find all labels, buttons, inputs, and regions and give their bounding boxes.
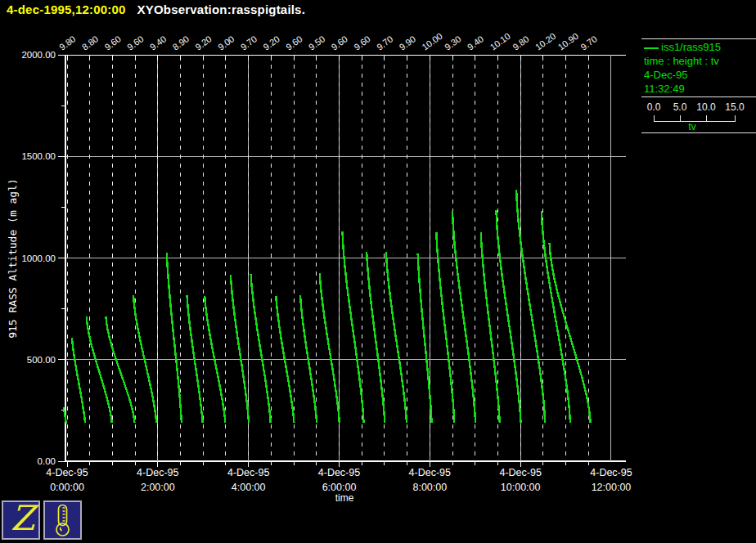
profile-curve xyxy=(452,211,475,423)
tv-scale-baseline xyxy=(654,121,736,122)
svg-text:9.60: 9.60 xyxy=(284,34,304,52)
svg-text:0:00:00: 0:00:00 xyxy=(50,482,84,493)
svg-text:4-Dec-95: 4-Dec-95 xyxy=(590,467,632,478)
svg-text:9.80: 9.80 xyxy=(511,34,530,52)
y-axis-title: 915 RASS Altitude (m agl) xyxy=(7,178,19,339)
svg-text:8.80: 8.80 xyxy=(80,34,100,52)
profile-curve xyxy=(550,243,591,423)
svg-text:4:00:00: 4:00:00 xyxy=(232,482,266,493)
svg-text:4-Dec-95: 4-Dec-95 xyxy=(227,467,269,478)
svg-text:9.30: 9.30 xyxy=(443,34,462,52)
svg-text:8:00:00: 8:00:00 xyxy=(412,482,447,493)
svg-text:9.60: 9.60 xyxy=(352,34,371,52)
svg-text:9.20: 9.20 xyxy=(261,34,281,52)
profile-curve xyxy=(187,295,203,423)
profile-curve xyxy=(367,252,385,423)
tv-scale-tick xyxy=(680,115,681,121)
tv-scale-tick-label: 10.0 xyxy=(696,101,715,113)
tv-scale-tick xyxy=(735,115,736,121)
svg-text:6:00:00: 6:00:00 xyxy=(322,482,357,493)
tv-scale-tick-label: 5.0 xyxy=(673,101,687,113)
profile-curve xyxy=(300,295,317,423)
svg-text:10.10: 10.10 xyxy=(488,31,512,52)
y-axis: 2000.001500.001000.00500.000.00915 RASS … xyxy=(7,50,65,466)
tv-value-labels: 9.808.809.609.609.408.909.209.009.709.20… xyxy=(57,31,599,52)
profile-curve xyxy=(106,316,134,423)
svg-text:4-Dec-95: 4-Dec-95 xyxy=(318,467,360,478)
x-axis: 4-Dec-950:00:004-Dec-952:00:004-Dec-954:… xyxy=(46,467,632,504)
svg-text:8.90: 8.90 xyxy=(171,34,191,52)
svg-text:500.00: 500.00 xyxy=(27,355,56,365)
legend-series-entry: iss1/rass915 xyxy=(644,40,721,54)
svg-text:4-Dec-95: 4-Dec-95 xyxy=(137,467,178,478)
profile-curve xyxy=(72,338,85,423)
profile-curves xyxy=(64,190,591,424)
svg-text:2000.00: 2000.00 xyxy=(21,50,56,60)
profile-curve xyxy=(320,273,340,423)
thermometer-button[interactable] xyxy=(43,500,82,540)
svg-text:9.70: 9.70 xyxy=(578,34,598,52)
x-axis-title: time xyxy=(335,492,354,504)
tv-scale-tick xyxy=(706,115,707,121)
profile-curve xyxy=(231,275,249,423)
profile-curve xyxy=(251,274,271,423)
svg-text:9.70: 9.70 xyxy=(239,34,259,52)
svg-text:9.40: 9.40 xyxy=(148,34,168,52)
legend-panel: iss1/rass915 time : height : tv 4-Dec-95… xyxy=(638,33,756,139)
profile-curve xyxy=(167,253,182,423)
profile-curve xyxy=(436,232,454,423)
legend-text-block: iss1/rass915 time : height : tv 4-Dec-95… xyxy=(644,40,721,96)
svg-text:9.70: 9.70 xyxy=(375,34,394,52)
svg-text:9.60: 9.60 xyxy=(125,34,145,52)
svg-text:9.80: 9.80 xyxy=(57,34,77,52)
svg-text:9.20: 9.20 xyxy=(193,34,213,52)
svg-text:9.50: 9.50 xyxy=(307,34,326,52)
app-window: { "title_bar": { "datetime": "4-dec-1995… xyxy=(0,0,756,543)
legend-separator-rule xyxy=(641,96,756,97)
svg-text:4-Dec-95: 4-Dec-95 xyxy=(409,467,451,478)
profile-curve xyxy=(133,295,156,423)
svg-text:1500.00: 1500.00 xyxy=(21,151,56,161)
tv-scale-tick-label: 15.0 xyxy=(725,101,744,113)
svg-text:10.90: 10.90 xyxy=(556,31,580,52)
svg-text:9.60: 9.60 xyxy=(330,34,349,52)
svg-text:1000.00: 1000.00 xyxy=(21,254,56,263)
legend-top-rule xyxy=(641,38,756,39)
svg-text:9.60: 9.60 xyxy=(103,34,123,52)
zebra-logo-button[interactable]: Z xyxy=(2,500,40,540)
svg-text:10:00:00: 10:00:00 xyxy=(501,482,541,493)
series-line-sample-icon xyxy=(644,47,659,49)
tv-scale-tick-label: 0.0 xyxy=(647,101,661,113)
tv-scale-tick xyxy=(654,115,655,121)
svg-text:9.90: 9.90 xyxy=(398,34,417,52)
legend-date-label: 4-Dec-95 xyxy=(644,68,721,82)
svg-text:10.00: 10.00 xyxy=(420,31,443,52)
svg-text:12:00:00: 12:00:00 xyxy=(592,482,632,493)
svg-text:0.00: 0.00 xyxy=(38,456,56,466)
svg-text:2:00:00: 2:00:00 xyxy=(141,482,175,493)
svg-text:4-Dec-95: 4-Dec-95 xyxy=(46,467,88,478)
zebra-logo-icon: Z xyxy=(6,497,39,540)
tv-scale-label: tv xyxy=(688,121,696,132)
svg-text:10.20: 10.20 xyxy=(533,31,557,52)
gridlines xyxy=(65,55,626,461)
svg-text:4-Dec-95: 4-Dec-95 xyxy=(499,467,541,478)
svg-text:9.00: 9.00 xyxy=(216,34,236,52)
profile-curve xyxy=(386,252,407,423)
thermometer-icon xyxy=(45,502,80,538)
profile-curve xyxy=(481,232,500,423)
legend-fields-label: time : height : tv xyxy=(644,54,721,68)
profile-curve xyxy=(342,231,363,423)
legend-time-label: 11:32:49 xyxy=(644,82,721,96)
svg-text:9.40: 9.40 xyxy=(466,34,485,52)
profile-time-dashed-lines xyxy=(67,55,588,467)
tv-scale-bar: tv 0.05.010.015.0 xyxy=(638,101,756,139)
legend-series-label: iss1/rass915 xyxy=(661,41,721,53)
profile-curve xyxy=(496,210,520,423)
